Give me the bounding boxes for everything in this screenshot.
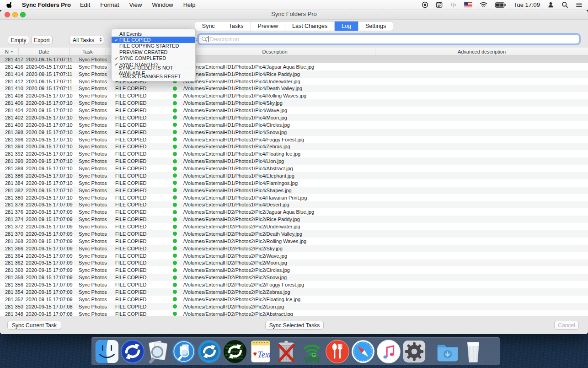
apple-menu-icon[interactable] bbox=[6, 1, 14, 9]
recipes-app-icon[interactable] bbox=[325, 339, 350, 364]
cell-status bbox=[170, 268, 180, 272]
event-menu-item[interactable]: ✓FILE COPIED bbox=[112, 37, 195, 43]
table-row[interactable]: 281 4002020-09-15 17:07:10Sync PhotosFIL… bbox=[0, 121, 588, 129]
cell-description: /Volumes/ExternalHD1/Photos1/Pic4/Foggy … bbox=[180, 137, 377, 142]
table-row[interactable]: 281 3822020-09-15 17:07:10Sync PhotosFIL… bbox=[0, 187, 588, 194]
table-row[interactable]: 281 4142020-09-15 17:07:11Sync PhotosFIL… bbox=[0, 70, 588, 78]
table-row[interactable]: 281 3582020-09-15 17:07:09Sync PhotosFIL… bbox=[0, 274, 588, 281]
column-header-n[interactable]: N bbox=[0, 48, 19, 55]
battery-icon[interactable] bbox=[495, 1, 506, 9]
table-row[interactable]: 281 4042020-09-15 17:07:10Sync PhotosFIL… bbox=[0, 107, 588, 114]
export-button[interactable]: Export bbox=[31, 36, 53, 44]
finder-icon[interactable] bbox=[95, 339, 119, 364]
music-icon[interactable] bbox=[376, 339, 401, 364]
wifi-icon[interactable] bbox=[480, 1, 487, 9]
tab-settings[interactable]: Settings bbox=[358, 22, 393, 31]
cell-n: 281 358 bbox=[0, 275, 24, 280]
text-editor-icon[interactable]: ♥Text bbox=[248, 339, 273, 364]
table-row[interactable]: 281 3682020-09-15 17:07:09Sync PhotosFIL… bbox=[0, 238, 588, 245]
cell-description: /Volumes/ExternalHD2/Photos2/Pic2/Wave.j… bbox=[180, 253, 377, 259]
event-menu-item[interactable]: FILE COPYING STARTED bbox=[112, 43, 195, 49]
trash-icon[interactable] bbox=[461, 339, 486, 364]
table-row[interactable]: 281 3742020-09-15 17:07:09Sync PhotosFIL… bbox=[0, 216, 588, 223]
table-row[interactable]: 281 3562020-09-15 17:07:09Sync PhotosFIL… bbox=[0, 281, 588, 288]
table-row[interactable]: 281 3502020-09-15 17:07:08Sync PhotosFIL… bbox=[0, 303, 588, 310]
menu-item-edit[interactable]: Edit bbox=[80, 1, 90, 8]
search-magnifier-icon[interactable] bbox=[202, 37, 207, 42]
cell-description: /Volumes/ExternalHD2/Photos2/Pic2/Underw… bbox=[180, 224, 377, 229]
search-icon[interactable] bbox=[561, 1, 568, 9]
menu-item-window[interactable]: Window bbox=[152, 1, 173, 8]
tab-sync[interactable]: Sync bbox=[195, 22, 222, 31]
menu-item-help[interactable]: Help bbox=[183, 1, 196, 8]
table-row[interactable]: 281 3542020-09-15 17:07:09Sync PhotosFIL… bbox=[0, 288, 588, 296]
column-header-date[interactable]: Date bbox=[19, 48, 69, 55]
vpn-icon[interactable]: VPN bbox=[299, 339, 324, 364]
status-dot-icon bbox=[173, 297, 177, 301]
tab-last-changes[interactable]: Last Changes bbox=[285, 22, 335, 31]
uninstaller-icon[interactable] bbox=[274, 339, 299, 364]
sync-selected-tasks-button[interactable]: Sync Selected Tasks bbox=[265, 321, 324, 330]
table-row[interactable]: 281 3662020-09-15 17:07:09Sync PhotosFIL… bbox=[0, 245, 588, 252]
us-flag-icon[interactable] bbox=[464, 1, 472, 9]
menu-item-view[interactable]: View bbox=[129, 1, 142, 8]
table-row[interactable]: 281 3862020-09-15 17:07:10Sync PhotosFIL… bbox=[0, 172, 588, 179]
table-row[interactable]: 281 3522020-09-15 17:07:09Sync PhotosFIL… bbox=[0, 296, 588, 303]
table-row[interactable]: 281 4172020-09-15 17:07:11Sync Photos bbox=[0, 56, 588, 63]
system-preferences-icon[interactable] bbox=[402, 339, 427, 364]
tab-tasks[interactable]: Tasks bbox=[222, 22, 251, 31]
file-preview-search-icon[interactable] bbox=[171, 339, 196, 364]
calendar-icon[interactable] bbox=[436, 1, 443, 9]
user-icon[interactable] bbox=[547, 1, 554, 9]
table-row[interactable]: 281 4082020-09-15 17:07:10Sync PhotosFIL… bbox=[0, 92, 588, 99]
table-row[interactable]: 281 3902020-09-15 17:07:10Sync PhotosFIL… bbox=[0, 157, 588, 165]
event-menu-item[interactable]: All Events bbox=[112, 31, 195, 37]
cell-event: FILE COPIED bbox=[111, 246, 170, 251]
sync-folders-pro-icon[interactable] bbox=[120, 339, 145, 364]
empty-button[interactable]: Empty bbox=[8, 36, 29, 44]
task-filter-popup[interactable]: All Tasks bbox=[69, 36, 104, 44]
table-row[interactable]: 281 3882020-09-15 17:07:10Sync PhotosFIL… bbox=[0, 165, 588, 172]
menu-item-format[interactable]: Format bbox=[100, 1, 119, 8]
event-menu-item[interactable]: SYNC-FOLDER IS NOT AVAILABLE bbox=[112, 67, 195, 73]
table-row[interactable]: 281 3622020-09-15 17:07:09Sync PhotosFIL… bbox=[0, 260, 588, 267]
event-menu-item[interactable]: ✓SYNC COMPLETED bbox=[112, 55, 195, 61]
table-row[interactable]: 281 4122020-09-15 17:07:11Sync PhotosFIL… bbox=[0, 78, 588, 85]
table-row[interactable]: 281 3702020-09-15 17:07:09Sync PhotosFIL… bbox=[0, 230, 588, 238]
table-row[interactable]: 281 3762020-09-15 17:07:09Sync PhotosFIL… bbox=[0, 208, 588, 216]
column-header-description[interactable]: Description bbox=[175, 48, 375, 55]
table-row[interactable]: 281 3602020-09-15 17:07:09Sync PhotosFIL… bbox=[0, 266, 588, 274]
search-input[interactable]: Description bbox=[198, 34, 579, 44]
table-row[interactable]: 281 4022020-09-15 17:07:10Sync PhotosFIL… bbox=[0, 114, 588, 121]
sync-current-task-button[interactable]: Sync Current Task bbox=[7, 321, 61, 330]
safari-icon[interactable] bbox=[351, 339, 375, 364]
document-search-icon[interactable] bbox=[146, 339, 171, 364]
table-row[interactable]: 281 3982020-09-15 17:07:10Sync PhotosFIL… bbox=[0, 129, 588, 136]
sync-app-icon[interactable] bbox=[197, 339, 222, 364]
cancel-button[interactable]: Cancel bbox=[554, 321, 579, 330]
title-bar[interactable]: Sync Folders Pro bbox=[0, 10, 588, 20]
table-row[interactable]: 281 4102020-09-15 17:07:11Sync PhotosFIL… bbox=[0, 85, 588, 92]
column-header-advanced[interactable]: Advanced description bbox=[375, 48, 588, 55]
table-row[interactable]: 281 3842020-09-15 17:07:10Sync PhotosFIL… bbox=[0, 179, 588, 187]
table-row[interactable]: 281 3782020-09-15 17:07:09Sync PhotosFIL… bbox=[0, 201, 588, 209]
table-row[interactable]: 281 4062020-09-15 17:07:10Sync PhotosFIL… bbox=[0, 99, 588, 107]
table-row[interactable]: 281 3922020-09-15 17:07:10Sync PhotosFIL… bbox=[0, 150, 588, 157]
column-header-task[interactable]: Task bbox=[69, 48, 106, 55]
event-menu-item[interactable]: PREVIEW CREATED bbox=[112, 49, 195, 55]
table-row[interactable]: 281 3722020-09-15 17:07:09Sync PhotosFIL… bbox=[0, 223, 588, 230]
table-row[interactable]: 281 3942020-09-15 17:07:10Sync PhotosFIL… bbox=[0, 143, 588, 151]
sync-status-icon[interactable] bbox=[422, 1, 428, 9]
menu-bar-clock[interactable]: Tue 17:09 bbox=[513, 1, 540, 8]
list-icon[interactable] bbox=[576, 1, 583, 9]
tab-log[interactable]: Log bbox=[335, 22, 358, 31]
data-sync-icon[interactable]: 1010101010101010101010101010101010101010… bbox=[223, 339, 247, 364]
table-row[interactable]: 281 4162020-09-15 17:07:11Sync PhotosFIL… bbox=[0, 63, 588, 70]
downloads-folder-icon[interactable] bbox=[435, 339, 460, 364]
table-row[interactable]: 281 3962020-09-15 17:07:10Sync PhotosFIL… bbox=[0, 136, 588, 143]
app-menu-title[interactable]: Sync Folders Pro bbox=[22, 1, 71, 8]
tab-preview[interactable]: Preview bbox=[251, 22, 285, 31]
table-row[interactable]: 281 3802020-09-15 17:07:10Sync PhotosFIL… bbox=[0, 194, 588, 201]
columns-icon[interactable] bbox=[450, 1, 457, 9]
table-row[interactable]: 281 3642020-09-15 17:07:09Sync PhotosFIL… bbox=[0, 252, 588, 260]
